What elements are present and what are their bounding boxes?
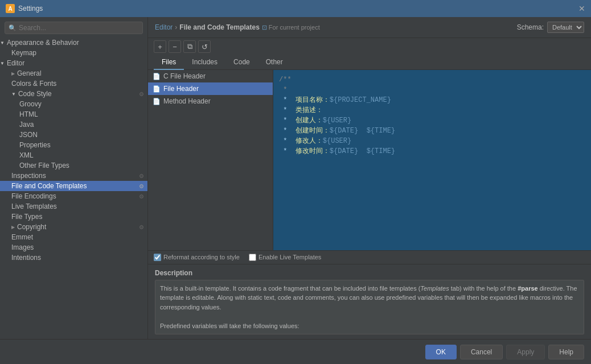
desc-text-2: tab) with the help of the	[449, 285, 518, 292]
title-bar: A Settings ✕	[0, 0, 591, 17]
ok-button[interactable]: OK	[425, 345, 457, 359]
sidebar-item-label: File Types	[11, 213, 42, 221]
settings-icon: ⚙	[139, 173, 144, 179]
arrow-icon: ▼	[0, 40, 5, 46]
file-item-label: File Header	[163, 85, 199, 93]
sidebar-item-json[interactable]: JSON	[0, 130, 147, 140]
breadcrumb-separator: ›	[175, 23, 177, 31]
search-box: 🔍	[5, 22, 143, 34]
project-icon: ⊡	[262, 24, 267, 31]
arrow-icon: ▼	[0, 61, 5, 66]
reset-template-button[interactable]: ↺	[198, 40, 211, 53]
panel-tabs: Files Includes Code Other	[148, 55, 591, 70]
tab-includes[interactable]: Includes	[184, 55, 225, 70]
sidebar-item-html[interactable]: HTML	[0, 109, 147, 119]
code-pane: /** * * 项目名称：${PROJECT_NAME} * 类描述： * 创建…	[273, 70, 591, 250]
sidebar-item-label: XML	[19, 151, 34, 159]
project-indicator: ⊡ For current project	[262, 24, 320, 31]
sidebar-item-label: Java	[19, 121, 34, 129]
live-templates-checkbox[interactable]	[249, 254, 256, 261]
sidebar-item-label: Intentions	[11, 254, 41, 262]
reformat-checkbox[interactable]	[154, 254, 161, 261]
breadcrumb-parent[interactable]: Editor	[155, 23, 173, 31]
sidebar-item-appearance[interactable]: ▼ Appearance & Behavior	[0, 38, 147, 48]
file-item-c-header[interactable]: 📄 C File Header	[148, 70, 273, 82]
breadcrumb-current: File and Code Templates	[179, 23, 259, 31]
sidebar-item-properties[interactable]: Properties	[0, 140, 147, 150]
sidebar-item-label: File Encodings	[11, 192, 56, 200]
split-pane: 📄 C File Header 📄 File Header 📄 Method H…	[148, 70, 591, 250]
file-icon: 📄	[153, 85, 161, 93]
cancel-button[interactable]: Cancel	[460, 345, 503, 359]
schema-select[interactable]: Default	[547, 22, 584, 33]
sidebar: 🔍 ▼ Appearance & Behavior Keymap ▼ Edito…	[0, 17, 148, 339]
sidebar-item-inspections[interactable]: Inspections ⚙	[0, 171, 147, 181]
help-button[interactable]: Help	[548, 345, 584, 359]
desc-parse-bold: #parse	[518, 285, 537, 292]
copy-template-button[interactable]: ⧉	[183, 40, 196, 53]
code-editor[interactable]: /** * * 项目名称：${PROJECT_NAME} * 类描述： * 创建…	[273, 70, 591, 250]
settings-icon: ⚙	[139, 183, 144, 189]
sidebar-item-emmet[interactable]: Emmet	[0, 232, 147, 242]
tab-other[interactable]: Other	[258, 55, 291, 70]
tab-files[interactable]: Files	[154, 55, 184, 70]
sidebar-item-label: Copyright	[17, 223, 46, 231]
file-item-label: Method Header	[163, 97, 211, 105]
file-list: 📄 C File Header 📄 File Header 📄 Method H…	[148, 70, 273, 250]
sidebar-item-label: Emmet	[11, 233, 33, 241]
sidebar-item-label: Colors & Fonts	[11, 80, 56, 88]
search-input[interactable]	[19, 24, 139, 32]
desc-templates-italic: Templates	[420, 285, 449, 292]
close-button[interactable]: ✕	[578, 4, 585, 13]
sidebar-item-colors-fonts[interactable]: Colors & Fonts	[0, 78, 147, 89]
desc-text-4: Predefined variables will take the follo…	[160, 322, 299, 329]
sidebar-item-code-style[interactable]: ▼ Code Style ⚙	[0, 89, 147, 99]
sidebar-item-label: Editor	[7, 59, 24, 67]
sidebar-item-label: File and Code Templates	[11, 182, 87, 190]
schema-label: Schema:	[517, 23, 544, 31]
sidebar-item-label: Keymap	[11, 49, 36, 57]
dialog-body: 🔍 ▼ Appearance & Behavior Keymap ▼ Edito…	[0, 17, 591, 364]
project-label: For current project	[269, 24, 320, 31]
sidebar-item-images[interactable]: Images	[0, 242, 147, 253]
options-bar: Reformat according to style Enable Live …	[148, 250, 591, 264]
sidebar-item-other-file-types[interactable]: Other File Types	[0, 160, 147, 171]
add-template-button[interactable]: +	[154, 40, 166, 53]
arrow-icon: ▶	[11, 71, 15, 76]
file-item-label: C File Header	[163, 72, 206, 80]
reformat-label: Reformat according to style	[163, 254, 240, 260]
file-icon: 📄	[153, 98, 161, 105]
right-panel: Editor › File and Code Templates ⊡ For c…	[148, 17, 591, 339]
settings-icon: ⚙	[139, 224, 144, 230]
reformat-option[interactable]: Reformat according to style	[154, 254, 240, 261]
sidebar-item-file-encodings[interactable]: File Encodings ⚙	[0, 191, 147, 201]
sidebar-item-live-templates[interactable]: Live Templates	[0, 201, 147, 212]
apply-button[interactable]: Apply	[506, 345, 545, 359]
tab-code[interactable]: Code	[225, 55, 258, 70]
search-icon: 🔍	[9, 24, 17, 32]
file-item-file-header[interactable]: 📄 File Header	[148, 82, 273, 95]
sidebar-item-intentions[interactable]: Intentions	[0, 253, 147, 263]
sidebar-item-file-types[interactable]: File Types	[0, 212, 147, 222]
sidebar-item-general[interactable]: ▶ General	[0, 68, 147, 78]
sidebar-item-label: Properties	[19, 141, 51, 149]
sidebar-item-copyright[interactable]: ▶ Copyright ⚙	[0, 222, 147, 232]
app-icon: A	[6, 4, 15, 13]
panel-header: Editor › File and Code Templates ⊡ For c…	[148, 17, 591, 38]
sidebar-item-keymap[interactable]: Keymap	[0, 48, 147, 58]
sidebar-item-label: Code Style	[18, 90, 52, 98]
sidebar-item-editor[interactable]: ▼ Editor	[0, 58, 147, 68]
sidebar-item-label: JSON	[19, 131, 38, 139]
sidebar-item-file-code-templates[interactable]: File and Code Templates ⚙	[0, 181, 147, 191]
sidebar-item-xml[interactable]: XML	[0, 150, 147, 160]
sidebar-item-groovy[interactable]: Groovy	[0, 99, 147, 109]
live-templates-option[interactable]: Enable Live Templates	[249, 254, 321, 261]
sidebar-item-label: Images	[11, 243, 34, 251]
dialog-title: Settings	[18, 5, 43, 13]
file-item-method-header[interactable]: 📄 Method Header	[148, 95, 273, 107]
description-content: This is a built-in template. It contains…	[155, 280, 584, 335]
settings-icon: ⚙	[139, 91, 144, 97]
sidebar-item-label: Live Templates	[11, 202, 57, 210]
remove-template-button[interactable]: −	[169, 40, 181, 53]
sidebar-item-java[interactable]: Java	[0, 119, 147, 130]
